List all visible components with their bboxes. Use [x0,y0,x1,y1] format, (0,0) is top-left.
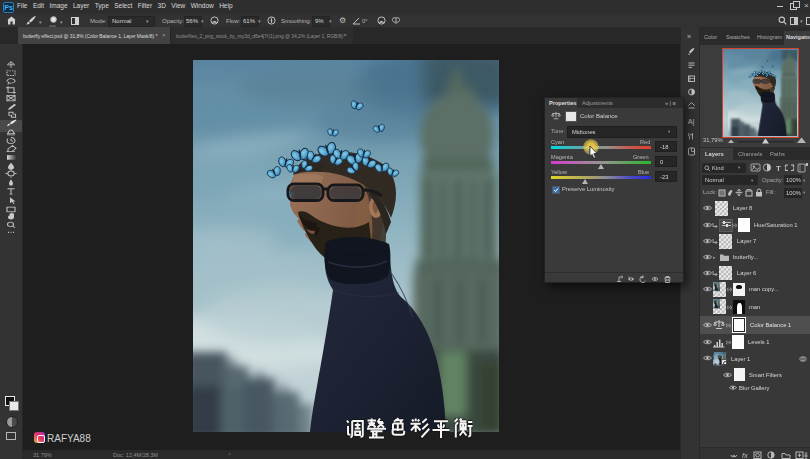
svg-text:T: T [776,164,781,173]
svg-text:fx: fx [742,451,748,459]
svg-text:A|: A| [688,118,695,126]
